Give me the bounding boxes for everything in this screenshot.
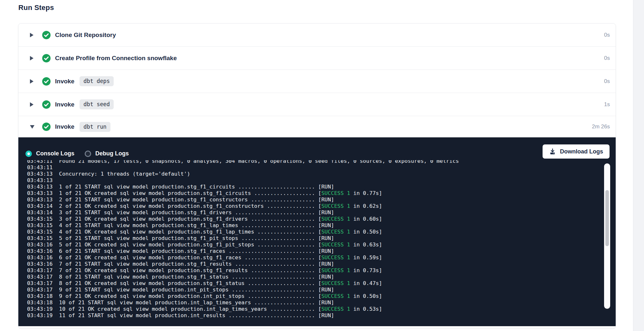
radio-label: Debug Logs — [95, 150, 129, 157]
step-command-chip: dbt run — [80, 122, 110, 132]
log-status-success: SUCCESS 1 — [321, 190, 350, 196]
log-timestamp: 03:43:14 — [27, 203, 52, 209]
log-timestamp: 03:43:17 — [27, 280, 52, 286]
log-status: [RUN] — [315, 287, 334, 293]
page-title: Run Steps — [18, 4, 54, 12]
radio-label: Console Logs — [36, 150, 74, 157]
run-steps-card: Clone Git Repository0sCreate Profile fro… — [18, 23, 616, 329]
log-timestamp: 03:43:18 — [27, 293, 52, 299]
chevron-down-icon[interactable] — [30, 125, 34, 129]
log-message: 6 of 21 OK created sql view model produc… — [52, 254, 315, 261]
log-timestamp: 03:43:17 — [27, 274, 52, 280]
log-timestamp: 03:43:16 — [27, 242, 52, 248]
step-row-invoke-dbt-run[interactable]: Invokedbt run2m 26s — [18, 116, 616, 137]
log-message: 3 of 21 OK created sql view model produc… — [52, 216, 315, 222]
log-message: 10 of 21 START sql view model production… — [52, 299, 315, 306]
step-duration: 1s — [604, 101, 616, 108]
log-status-success: SUCCESS 1 — [321, 229, 350, 235]
step-row-invoke-dbt-seed[interactable]: Invokedbt seed1s — [18, 93, 616, 116]
log-line: 03:43:19 11 of 21 START sql view model p… — [27, 312, 616, 319]
log-status: [ — [315, 254, 321, 261]
log-status: [ — [315, 280, 321, 286]
chevron-right-icon[interactable] — [30, 56, 34, 60]
log-line: 03:43:15 4 of 21 OK created sql view mod… — [27, 229, 616, 235]
log-message: 10 of 21 OK created sql view model produ… — [52, 306, 315, 312]
log-line: 03:43:18 9 of 21 OK created sql view mod… — [27, 293, 616, 299]
log-status: [ — [315, 190, 321, 196]
log-message: 1 of 21 START sql view model production.… — [52, 184, 315, 190]
log-line: 03:43:17 7 of 21 OK created sql view mod… — [27, 267, 616, 274]
radio-console-logs[interactable]: Console Logs — [25, 150, 74, 157]
log-line: 03:43:15 4 of 21 START sql view model pr… — [27, 222, 616, 229]
log-timestamp: 03:43:18 — [27, 299, 52, 306]
step-row-create-profile-from-connection-snowflake[interactable]: Create Profile from Connection snowflake… — [18, 47, 616, 70]
step-label: Invoke — [55, 123, 74, 130]
log-status: [RUN] — [315, 312, 334, 318]
log-message: 5 of 21 START sql view model production.… — [52, 235, 315, 241]
log-line: 03:43:14 3 of 21 START sql view model pr… — [27, 209, 616, 216]
log-timestamp: 03:43:17 — [27, 287, 52, 293]
log-line: 03:43:18 10 of 21 START sql view model p… — [27, 299, 616, 306]
log-message: 6 of 21 START sql view model production.… — [52, 248, 315, 254]
log-message: 7 of 21 START sql view model production.… — [52, 261, 315, 267]
log-status: [ — [315, 216, 321, 222]
log-status-success: SUCCESS 1 — [321, 203, 350, 209]
scrollbar-thumb[interactable] — [605, 190, 609, 246]
log-status-tail: in 0.50s] — [350, 229, 382, 235]
page: Run Steps Clone Git Repository0sCreate P… — [0, 0, 644, 331]
log-line: 03:43:17 8 of 21 START sql view model pr… — [27, 274, 616, 280]
step-row-invoke-dbt-deps[interactable]: Invokedbt deps0s — [18, 70, 616, 93]
log-message: 7 of 21 OK created sql view model produc… — [52, 267, 315, 273]
log-status-success: SUCCESS 1 — [321, 293, 350, 299]
status-success-icon — [42, 54, 51, 62]
log-line: 03:43:15 3 of 21 OK created sql view mod… — [27, 216, 616, 222]
log-line: 03:43:16 6 of 21 START sql view model pr… — [27, 248, 616, 254]
log-status-tail: in 0.63s] — [350, 242, 382, 248]
log-status: [RUN] — [315, 248, 334, 254]
radio-debug-logs[interactable]: Debug Logs — [85, 150, 129, 157]
log-status: [ — [315, 293, 321, 299]
log-message: 2 of 21 OK created sql view model produc… — [52, 203, 315, 209]
log-message: 11 of 21 START sql view model production… — [52, 312, 315, 318]
log-status-success: SUCCESS 1 — [321, 280, 350, 286]
log-status-tail: in 0.50s] — [350, 293, 382, 299]
log-status-tail: in 0.77s] — [350, 190, 382, 196]
download-icon — [549, 148, 560, 155]
step-label: Create Profile from Connection snowflake — [55, 55, 177, 62]
step-duration: 0s — [604, 78, 616, 85]
log-message: 9 of 21 START sql view model production.… — [52, 287, 315, 293]
log-timestamp: 03:43:14 — [27, 209, 52, 216]
chevron-right-icon[interactable] — [30, 79, 34, 84]
step-row-clone-git-repository[interactable]: Clone Git Repository0s — [18, 23, 616, 47]
step-label: Invoke — [55, 78, 74, 85]
scrollbar-track[interactable] — [604, 163, 610, 309]
step-duration: 2m 26s — [592, 124, 616, 130]
log-timestamp: 03:43:13 — [27, 197, 52, 203]
log-message: 1 of 21 OK created sql view model produc… — [52, 190, 315, 196]
log-line: 03:43:16 7 of 21 START sql view model pr… — [27, 261, 616, 267]
radio-selected-icon[interactable] — [25, 151, 32, 157]
log-status: [ — [315, 229, 321, 235]
step-command-chip: dbt seed — [80, 99, 114, 109]
log-status-tail: in 0.62s] — [350, 203, 382, 209]
log-line: 03:43:13 2 of 21 START sql view model pr… — [27, 197, 616, 203]
log-timestamp: 03:43:19 — [27, 306, 52, 312]
log-output[interactable]: 03:43:11 Found 21 models, 17 tests, 0 sn… — [18, 160, 616, 326]
log-timestamp: 03:43:13 — [27, 190, 52, 196]
log-status-tail: in 0.53s] — [350, 306, 382, 312]
radio-unselected-icon[interactable] — [85, 151, 91, 157]
log-line: 03:43:11 — [27, 164, 616, 171]
log-line: 03:43:13 Concurrency: 1 threads (target=… — [27, 171, 616, 177]
status-success-icon — [42, 123, 51, 131]
log-line: 03:43:19 10 of 21 OK created sql view mo… — [27, 306, 616, 312]
log-status-success: SUCCESS 1 — [321, 242, 350, 248]
download-logs-button[interactable]: Download Logs — [543, 144, 610, 159]
log-timestamp: 03:43:15 — [27, 229, 52, 235]
chevron-right-icon[interactable] — [30, 102, 34, 107]
log-line: 03:43:13 — [27, 177, 616, 184]
log-message: 5 of 21 OK created sql view model produc… — [52, 242, 315, 248]
log-tabs: Console LogsDebug Logs — [25, 150, 139, 157]
chevron-right-icon[interactable] — [30, 33, 34, 37]
log-timestamp: 03:43:16 — [27, 254, 52, 261]
log-status: [RUN] — [315, 299, 334, 306]
